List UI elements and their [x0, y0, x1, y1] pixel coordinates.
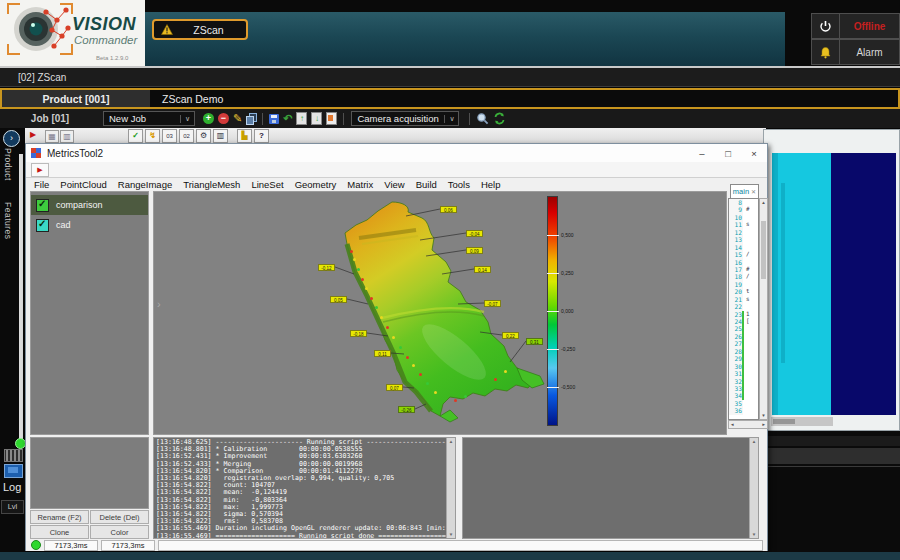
run-icon[interactable]: ▶: [30, 130, 36, 139]
menu-item[interactable]: RangeImage: [118, 179, 172, 190]
monitor-icon[interactable]: [4, 464, 23, 478]
sidebar-tab-product[interactable]: Product: [3, 148, 13, 181]
offline-button[interactable]: Offline: [811, 13, 900, 39]
job-select[interactable]: New Job ∨: [103, 111, 195, 126]
sidebar-scrollbar[interactable]: [19, 154, 23, 442]
deviation-dot: [494, 378, 497, 381]
log-vscrollbar[interactable]: ▲▼: [446, 438, 455, 538]
logo-subtitle: Commander: [74, 34, 137, 46]
log-level-tab[interactable]: Lvl: [1, 500, 24, 514]
refresh-icon[interactable]: [493, 112, 506, 125]
panel-button[interactable]: Clone: [30, 525, 89, 539]
deviation-label: -0,18: [350, 330, 367, 337]
window-statusbar: 7173,3ms7173,3ms: [26, 539, 767, 551]
editor-line: 10: [729, 214, 758, 221]
copy-button[interactable]: [246, 113, 256, 124]
deviation-label: 0,09: [466, 247, 483, 254]
panel-toggle-icon[interactable]: ▦: [45, 130, 59, 143]
menu-item[interactable]: TriangleMesh: [183, 179, 240, 190]
camera-acquisition-select[interactable]: Camera acquisition ∨: [351, 111, 459, 126]
menu-item[interactable]: Help: [481, 179, 501, 190]
menu-item[interactable]: Geometry: [295, 179, 337, 190]
section-title: [02] ZScan: [18, 72, 66, 83]
chart-icon[interactable]: ▙: [237, 129, 252, 143]
deviation-label: 0,14: [474, 266, 491, 273]
layer-action-buttons: Rename (F2)Delete (Del)CloneColor: [30, 510, 149, 539]
output-vscrollbar[interactable]: ▲▼: [749, 438, 758, 538]
maximize-button[interactable]: □: [715, 145, 741, 162]
editor-line: 22: [729, 303, 758, 310]
menu-item[interactable]: Matrix: [347, 179, 373, 190]
minimize-button[interactable]: –: [689, 145, 715, 162]
vision-commander-app: VISION Commander Beta 1.2.9.0 ZScan Offl…: [0, 0, 900, 560]
console-icon[interactable]: ▥: [213, 129, 228, 143]
menu-item[interactable]: PointCloud: [60, 179, 106, 190]
editor-hscrollbar[interactable]: ◄►: [728, 420, 768, 429]
editor-tab-main[interactable]: main ✕: [730, 184, 759, 198]
monitor-03-icon[interactable]: 03: [162, 129, 177, 143]
layer-checkbox[interactable]: [36, 219, 49, 232]
log-label[interactable]: Log: [3, 481, 21, 493]
editor-line: 20 t: [729, 288, 758, 295]
close-icon[interactable]: ✕: [751, 188, 756, 195]
chevron-down-icon[interactable]: ∨: [444, 115, 458, 123]
close-button[interactable]: ×: [741, 145, 767, 162]
3d-viewport[interactable]: 0,06-0,040,090,14-0,070,220,31-0,120,05-…: [153, 191, 727, 435]
deviation-label: 0,07: [386, 384, 403, 391]
background-hscrollbar[interactable]: [771, 417, 833, 426]
deviation-dot: [386, 326, 389, 329]
run-script-button[interactable]: ▶: [31, 163, 49, 177]
menu-item[interactable]: File: [34, 179, 49, 190]
save-button[interactable]: [269, 114, 279, 124]
edit-button[interactable]: ✎: [233, 112, 242, 125]
status-timings: 7173,3ms7173,3ms: [44, 540, 155, 551]
import-button[interactable]: [296, 112, 307, 125]
product-value[interactable]: ZScan Demo: [150, 90, 898, 107]
monitor-02-icon[interactable]: 02: [179, 129, 194, 143]
expand-sidebar-button[interactable]: ›: [3, 130, 20, 147]
editor-vscrollbar[interactable]: ▲▼: [759, 198, 768, 420]
gap[interactable]: [230, 130, 235, 142]
lightning-icon[interactable]: ↯: [145, 129, 160, 143]
app-logo: VISION Commander Beta 1.2.9.0: [0, 0, 145, 66]
panel-collapse-arrow[interactable]: ›: [157, 298, 161, 310]
tab-zscan[interactable]: ZScan: [152, 19, 248, 40]
panel-button[interactable]: Rename (F2): [30, 510, 89, 524]
layer-checkbox[interactable]: [36, 199, 49, 212]
db-check-icon[interactable]: ✓: [128, 129, 143, 143]
alarm-button[interactable]: Alarm: [811, 39, 900, 65]
search-icon[interactable]: [476, 112, 489, 125]
tools-icon[interactable]: ⚙: [196, 129, 211, 143]
keyboard-icon[interactable]: [4, 449, 23, 462]
color-scale-tick: -0,500: [547, 384, 575, 390]
report-button[interactable]: [326, 112, 337, 125]
chevron-down-icon[interactable]: ∨: [180, 115, 194, 123]
layout-toggle-icon[interactable]: ▥: [60, 130, 74, 143]
menu-item[interactable]: Tools: [448, 179, 470, 190]
layer-row[interactable]: cad: [31, 215, 148, 235]
menu-item[interactable]: View: [384, 179, 404, 190]
bottom-strip: [0, 552, 900, 560]
panel-button[interactable]: Color: [90, 525, 149, 539]
menu-item[interactable]: LineSet: [251, 179, 283, 190]
help-icon[interactable]: ?: [254, 129, 269, 143]
window-titlebar[interactable]: MetricsTool2 – □ ×: [26, 144, 767, 163]
add-button[interactable]: +: [203, 113, 214, 124]
remove-button[interactable]: −: [218, 113, 229, 124]
app-header: VISION Commander Beta 1.2.9.0 ZScan Offl…: [0, 0, 900, 68]
export-button[interactable]: [311, 112, 322, 125]
job-bar: Job [01] New Job ∨ +−✎↶ Camera acquisiti…: [0, 109, 900, 128]
deviation-label: 0,22: [502, 332, 519, 339]
script-log-panel[interactable]: [13:16:48.625] ---------------------- Ru…: [153, 437, 456, 539]
panel-button[interactable]: Delete (Del): [90, 510, 149, 524]
quick-toolbar-strip: ▶ ▦ ▥ ✓↯0302⚙▥▙?: [25, 128, 766, 144]
deviation-dot: [357, 268, 360, 271]
sidebar-tab-features[interactable]: Features: [3, 202, 13, 240]
deviation-dot: [380, 316, 383, 319]
menu-item[interactable]: Build: [416, 179, 437, 190]
separator[interactable]: [262, 113, 263, 125]
undo-button[interactable]: ↶: [283, 112, 292, 125]
deviation-dot: [399, 346, 402, 349]
layer-row[interactable]: comparison: [31, 195, 148, 215]
separator[interactable]: [343, 113, 344, 125]
